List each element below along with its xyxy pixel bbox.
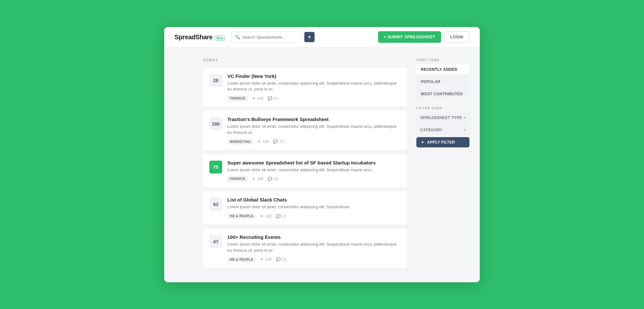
item-tag[interactable]: MARKETING [227, 139, 253, 145]
header-actions: + SUBMIT SPREADSHEET LOGIN [378, 31, 469, 43]
item-description: Lorem ipsum dolor sit amet, consectetur … [227, 124, 401, 136]
vote-count[interactable]: 47 [209, 235, 222, 248]
search-icon: 🔍 [235, 35, 240, 40]
item-content: Super awesome Spreadsheet list of SF bas… [227, 160, 401, 182]
logo-badge: Beta [215, 36, 225, 41]
sort-recently-added-button[interactable]: RECENTLY ADDED [416, 64, 469, 75]
item-content: List of Global Slack Chats Lorem ipsum d… [227, 197, 401, 219]
list-item: 186 Traction's Bullseye Framework Spread… [203, 111, 407, 150]
logo-text: SpreadShare [175, 33, 213, 41]
list-item: 47 100+ Recruiting Events Lorem ipsum do… [203, 229, 407, 268]
header: SpreadShare Beta 🔍 ▼ + SUBMIT SPREADSHEE… [164, 27, 480, 48]
item-description: Lorem ipsum dolor sit amet, consectetur … [227, 80, 401, 93]
eye-icon: 👁 [260, 257, 264, 262]
main-content: TODAY 28 VC Finder (New York) Lorem ipsu… [164, 48, 480, 282]
item-meta: HR & PEOPLE 👁 10K 💬 23 [227, 213, 401, 219]
view-count: 👁 10K [252, 177, 264, 181]
chevron-down-icon: ▾ [464, 128, 466, 132]
item-description: Lorem ipsum dolor sit amet, consectetur … [227, 167, 401, 173]
eye-icon: 👁 [260, 214, 264, 219]
item-title[interactable]: VC Finder (New York) [227, 73, 401, 79]
comment-icon: 💬 [273, 139, 278, 144]
vote-count[interactable]: 28 [209, 74, 222, 87]
item-title[interactable]: 100+ Recruiting Events [227, 234, 401, 240]
sort-feed-label: SORT FEED [416, 58, 469, 62]
comment-icon: 💬 [268, 177, 272, 181]
list-item: 28 VC Finder (New York) Lorem ipsum dolo… [203, 68, 407, 107]
apply-filter-label: APPLY FILTER [427, 140, 455, 145]
sort-feed-section: SORT FEED RECENTLY ADDED POPULAR MOST CO… [416, 58, 469, 99]
section-label: TODAY [203, 58, 407, 62]
eye-icon: 👁 [252, 177, 256, 181]
filter-icon: ▼ [421, 140, 424, 144]
view-count: 👁 10K [260, 214, 272, 219]
apply-filter-button[interactable]: ▼ APPLY FILTER [416, 137, 469, 147]
item-tag[interactable]: FINANCE [227, 176, 248, 182]
item-meta: MARKETING 👁 10K 💬 23 [227, 139, 401, 145]
item-description: Lorem ipsum dolor sit amet, consectetur … [227, 204, 401, 210]
sort-popular-button[interactable]: POPULAR [416, 77, 469, 87]
comment-count: 💬 23 [268, 96, 278, 101]
vote-count[interactable]: 75 [209, 161, 222, 173]
comment-icon: 💬 [276, 257, 281, 262]
item-tag[interactable]: HR & PEOPLE [227, 213, 256, 219]
search-filter-button[interactable]: ▼ [304, 32, 315, 42]
item-tag[interactable]: HR & PEOPLE [227, 257, 256, 262]
item-meta: HR & PEOPLE 👁 10K 💬 23 [227, 257, 401, 262]
category-label: CATEGORY [420, 128, 442, 132]
spreadsheet-type-dropdown[interactable]: SPREADSHEET TYPE ▾ [416, 113, 469, 123]
login-button[interactable]: LOGIN [444, 31, 470, 43]
item-content: Traction's Bullseye Framework Spreadshee… [227, 117, 401, 145]
filter-icon: ▼ [307, 35, 311, 40]
eye-icon: 👁 [252, 96, 256, 101]
list-item: 75 Super awesome Spreadsheet list of SF … [203, 154, 407, 188]
item-title[interactable]: Traction's Bullseye Framework Spreadshee… [227, 117, 401, 122]
item-description: Lorem ipsum dolor sit amet, consectetur … [227, 241, 401, 254]
item-tag[interactable]: FINANCE [227, 96, 248, 101]
submit-spreadsheet-button[interactable]: + SUBMIT SPREADSHEET [378, 31, 441, 43]
comment-count: 💬 23 [276, 214, 286, 219]
feed: TODAY 28 VC Finder (New York) Lorem ipsu… [203, 58, 407, 272]
category-dropdown[interactable]: CATEGORY ▾ [416, 125, 469, 135]
comment-count: 💬 23 [276, 257, 286, 262]
filter-feed-section: FILTER FEED SPREADSHEET TYPE ▾ CATEGORY … [416, 106, 469, 147]
view-count: 👁 10K [257, 139, 269, 144]
sort-most-contributed-button[interactable]: MOST CONTRIBUTED [416, 89, 469, 99]
vote-count[interactable]: 186 [209, 117, 222, 130]
list-item: 92 List of Global Slack Chats Lorem ipsu… [203, 191, 407, 225]
search-box: 🔍 [232, 31, 302, 43]
eye-icon: 👁 [257, 139, 261, 144]
filter-feed-label: FILTER FEED [416, 106, 469, 110]
comment-count: 💬 23 [273, 139, 283, 144]
comment-icon: 💬 [268, 96, 272, 101]
comment-icon: 💬 [276, 214, 281, 219]
chevron-down-icon: ▾ [464, 116, 466, 119]
logo: SpreadShare Beta [175, 33, 225, 41]
sidebar: SORT FEED RECENTLY ADDED POPULAR MOST CO… [416, 58, 469, 272]
item-title[interactable]: Super awesome Spreadsheet list of SF bas… [227, 160, 401, 165]
item-title[interactable]: List of Global Slack Chats [227, 197, 401, 202]
search-area: 🔍 ▼ [232, 31, 372, 43]
search-input[interactable] [242, 35, 290, 40]
comment-count: 💬 23 [268, 177, 278, 181]
view-count: 👁 10K [260, 257, 272, 262]
item-content: 100+ Recruiting Events Lorem ipsum dolor… [227, 234, 401, 262]
spreadsheet-type-label: SPREADSHEET TYPE [420, 116, 462, 120]
item-meta: FINANCE 👁 10K 💬 23 [227, 96, 401, 101]
vote-count[interactable]: 92 [209, 198, 222, 211]
item-content: VC Finder (New York) Lorem ipsum dolor s… [227, 73, 401, 101]
item-meta: FINANCE 👁 10K 💬 23 [227, 176, 401, 182]
view-count: 👁 10K [252, 96, 264, 101]
